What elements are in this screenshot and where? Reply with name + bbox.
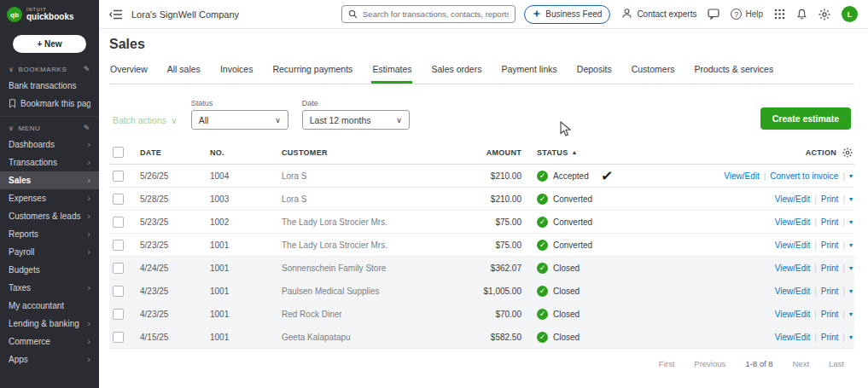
global-search[interactable] xyxy=(341,5,516,23)
tab-payment-links[interactable]: Payment links xyxy=(500,61,557,84)
edit-bookmarks-icon[interactable]: ✎ xyxy=(84,65,90,73)
user-avatar[interactable]: L xyxy=(842,6,858,22)
status-filter-select[interactable]: All ∨ xyxy=(191,110,288,130)
apps-grid-icon[interactable] xyxy=(774,9,785,20)
row-checkbox[interactable] xyxy=(113,332,124,343)
view-edit-link[interactable]: View/Edit xyxy=(775,263,811,273)
app-root: qb intuit quickbooks + New ∨ BOOKMARKS ✎… xyxy=(0,0,868,388)
print-link[interactable]: Print xyxy=(821,217,839,227)
menu-section-header[interactable]: ∨ MENU ✎ xyxy=(0,119,99,136)
print-link[interactable]: Print xyxy=(821,310,839,319)
sidebar-item-taxes[interactable]: Taxes › xyxy=(0,279,99,297)
tab-estimates[interactable]: Estimates xyxy=(371,61,412,84)
action-dropdown-caret[interactable]: ▾ xyxy=(849,218,853,226)
sidebar-item-budgets[interactable]: Budgets xyxy=(0,261,99,279)
tab-deposits[interactable]: Deposits xyxy=(576,61,613,84)
tab-invoices[interactable]: Invoices xyxy=(219,61,254,84)
pagination-first[interactable]: First xyxy=(659,359,674,368)
collapse-sidebar-icon[interactable] xyxy=(109,9,123,20)
filter-bar: Batch actions ∨ Status All ∨ Date Last 1… xyxy=(109,99,854,130)
business-feed-button[interactable]: Business Feed xyxy=(524,5,610,24)
view-edit-link[interactable]: View/Edit xyxy=(775,333,811,342)
search-input[interactable] xyxy=(363,9,509,19)
sidebar-item-customers-leads[interactable]: Customers & leads › xyxy=(0,207,99,225)
select-all-checkbox[interactable] xyxy=(113,147,124,158)
status-check-icon: ✓ xyxy=(537,309,548,320)
new-button[interactable]: + New xyxy=(13,35,86,53)
row-checkbox[interactable] xyxy=(113,240,124,251)
row-checkbox[interactable] xyxy=(113,171,124,182)
tab-sales-orders[interactable]: Sales orders xyxy=(430,61,482,84)
action-dropdown-caret[interactable]: ▾ xyxy=(849,241,853,249)
business-feed-label: Business Feed xyxy=(545,9,602,19)
create-estimate-button[interactable]: Create estimate xyxy=(760,107,851,130)
tab-recurring-payments[interactable]: Recurring payments xyxy=(271,61,353,84)
status-cell: ✓ Closed xyxy=(521,263,692,274)
sidebar-item-apps[interactable]: Apps › xyxy=(0,350,99,368)
action-dropdown-caret[interactable]: ▾ xyxy=(849,287,853,295)
view-edit-link[interactable]: View/Edit xyxy=(775,217,811,227)
tab-customers[interactable]: Customers xyxy=(631,61,676,84)
status-cell: ✓ Closed xyxy=(521,286,692,297)
print-link[interactable]: Print xyxy=(821,194,839,204)
view-edit-link[interactable]: View/Edit xyxy=(724,171,760,181)
edit-menu-icon[interactable]: ✎ xyxy=(84,124,90,132)
sidebar-item-sales[interactable]: Sales › xyxy=(0,171,99,189)
action-cell: View/Edit | Print | ▾ xyxy=(692,310,854,319)
pagination-last[interactable]: Last xyxy=(829,359,844,368)
convert-to-invoice-link[interactable]: Convert to invoice xyxy=(770,171,838,181)
row-checkbox[interactable] xyxy=(113,217,124,228)
sidebar-item-expenses[interactable]: Expenses › xyxy=(0,189,99,207)
bookmarks-section-header[interactable]: ∨ BOOKMARKS ✎ xyxy=(0,60,99,77)
column-header-action: ACTION xyxy=(692,148,854,158)
sidebar-item-dashboards[interactable]: Dashboards › xyxy=(0,136,99,153)
table-row: 4/15/25 1001 Geeta Kalapatapu $582.50 ✓ … xyxy=(109,326,854,349)
sidebar-item-reports[interactable]: Reports › xyxy=(0,225,99,243)
print-link[interactable]: Print xyxy=(821,240,839,250)
print-link[interactable]: Print xyxy=(821,263,839,273)
row-checkbox[interactable] xyxy=(113,263,124,274)
view-edit-link[interactable]: View/Edit xyxy=(775,240,811,250)
notifications-bell-icon[interactable] xyxy=(796,9,807,20)
sidebar-item-my-accountant[interactable]: My accountant xyxy=(0,297,99,315)
date-filter-select[interactable]: Last 12 months ∨ xyxy=(302,110,410,130)
action-cell: View/Edit | Print | ▾ xyxy=(692,333,854,342)
column-header-status[interactable]: STATUS ▲ xyxy=(521,148,692,157)
action-dropdown-caret[interactable]: ▾ xyxy=(849,172,853,180)
chevron-right-icon: › xyxy=(87,247,90,257)
chevron-down-icon: ∨ xyxy=(275,116,281,125)
view-edit-link[interactable]: View/Edit xyxy=(775,194,811,204)
print-link[interactable]: Print xyxy=(821,333,839,342)
status-label: Closed xyxy=(553,333,580,342)
tab-overview[interactable]: Overview xyxy=(109,61,149,84)
action-dropdown-caret[interactable]: ▾ xyxy=(849,264,853,272)
sidebar-item-bookmark-this-page[interactable]: Bookmark this page xyxy=(0,95,99,113)
row-checkbox[interactable] xyxy=(113,309,124,320)
sidebar-item-lending-banking[interactable]: Lending & banking › xyxy=(0,315,99,333)
tab-products-services[interactable]: Products & services xyxy=(693,61,774,84)
contact-experts-button[interactable]: Contact experts xyxy=(621,8,696,20)
status-check-icon: ✓ xyxy=(537,194,548,205)
print-link[interactable]: Print xyxy=(821,287,839,296)
pagination-next[interactable]: Next xyxy=(792,359,809,368)
annotation-checkmark: ✓ xyxy=(600,168,614,183)
help-button[interactable]: ? Help xyxy=(731,9,763,20)
settings-gear-icon[interactable] xyxy=(818,9,830,20)
sidebar-item-bank-transactions[interactable]: Bank transactions xyxy=(0,77,99,95)
row-checkbox[interactable] xyxy=(113,194,124,205)
table-settings-gear-icon[interactable] xyxy=(842,148,853,158)
action-dropdown-caret[interactable]: ▾ xyxy=(849,195,853,203)
sidebar-item-payroll[interactable]: Payroll › xyxy=(0,243,99,261)
view-edit-link[interactable]: View/Edit xyxy=(775,310,811,319)
pagination-previous[interactable]: Previous xyxy=(694,359,725,368)
feedback-icon[interactable] xyxy=(708,9,719,20)
sidebar-item-commerce[interactable]: Commerce › xyxy=(0,333,99,350)
action-cell: View/Edit | Print | ▾ xyxy=(692,287,854,296)
sidebar-item-transactions[interactable]: Transactions › xyxy=(0,153,99,171)
batch-actions-dropdown[interactable]: Batch actions ∨ xyxy=(113,115,178,130)
row-checkbox[interactable] xyxy=(113,286,124,297)
action-dropdown-caret[interactable]: ▾ xyxy=(849,310,853,318)
action-dropdown-caret[interactable]: ▾ xyxy=(849,333,853,341)
tab-all-sales[interactable]: All sales xyxy=(166,61,201,84)
view-edit-link[interactable]: View/Edit xyxy=(775,287,811,296)
